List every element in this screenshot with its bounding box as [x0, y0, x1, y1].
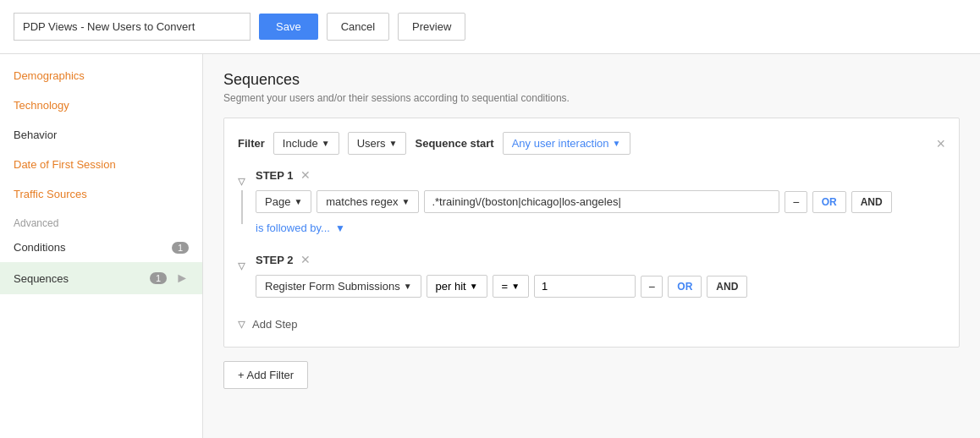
- step2-connector: ▿: [238, 253, 245, 275]
- step2-dimension-chevron-icon: ▼: [404, 282, 412, 291]
- sidebar-item-behavior[interactable]: Behavior: [0, 120, 202, 150]
- section-title: Sequences: [223, 71, 960, 89]
- step1-label: STEP 1: [256, 169, 294, 182]
- cancel-button[interactable]: Cancel: [327, 13, 389, 41]
- interaction-chevron-icon: ▼: [613, 139, 621, 148]
- step2-or-button[interactable]: OR: [668, 276, 702, 298]
- step1-value-input[interactable]: [424, 190, 779, 213]
- sequence-start-label: Sequence start: [415, 137, 493, 150]
- sequences-arrow-icon: ►: [175, 271, 189, 286]
- save-button[interactable]: Save: [259, 14, 318, 40]
- followed-by-chevron-icon: ▼: [335, 222, 345, 234]
- step2-minus-button[interactable]: −: [641, 276, 663, 298]
- step2-container: ▿ STEP 2 ✕ Register Form Submissions ▼ p…: [238, 253, 945, 298]
- advanced-label: Advanced: [0, 209, 202, 233]
- step2-row: Register Form Submissions ▼ per hit ▼ = …: [256, 275, 945, 298]
- step2-per-hit-dropdown[interactable]: per hit ▼: [427, 275, 487, 298]
- users-dropdown[interactable]: Users ▼: [348, 132, 407, 155]
- step1-funnel-icon: ▿: [238, 172, 245, 190]
- step1-line: [241, 190, 243, 224]
- sidebar-item-technology[interactable]: Technology: [0, 90, 202, 120]
- preview-button[interactable]: Preview: [398, 13, 465, 41]
- include-chevron-icon: ▼: [322, 139, 330, 148]
- step2-remove-button[interactable]: ✕: [300, 253, 311, 266]
- step1-content: STEP 1 ✕ Page ▼ matches regex ▼ −: [256, 168, 945, 243]
- step2-dimension-dropdown[interactable]: Register Form Submissions ▼: [256, 275, 421, 298]
- step1-header: STEP 1 ✕: [256, 168, 945, 182]
- include-dropdown[interactable]: Include ▼: [273, 132, 339, 155]
- segment-title-input[interactable]: PDP Views - New Users to Convert: [14, 13, 251, 41]
- sidebar-item-date-of-first-session[interactable]: Date of First Session: [0, 150, 202, 179]
- step1-connector: ▿: [238, 168, 245, 224]
- any-user-interaction-dropdown[interactable]: Any user interaction ▼: [503, 132, 630, 155]
- followed-by-dropdown[interactable]: is followed by... ▼: [256, 222, 945, 234]
- conditions-badge: 1: [172, 242, 189, 254]
- step2-funnel-icon: ▿: [238, 256, 245, 275]
- filter-close-button[interactable]: ×: [936, 136, 945, 151]
- step1-dimension-dropdown[interactable]: Page ▼: [256, 190, 311, 213]
- step1-and-button[interactable]: AND: [851, 191, 892, 213]
- step1-condition-dropdown[interactable]: matches regex ▼: [317, 190, 419, 213]
- step2-value-input[interactable]: [534, 275, 636, 298]
- section-description: Segment your users and/or their sessions…: [223, 92, 960, 104]
- step1-or-button[interactable]: OR: [812, 191, 846, 213]
- filter-label: Filter: [238, 137, 265, 150]
- step2-and-button[interactable]: AND: [707, 276, 747, 298]
- step1-container: ▿ STEP 1 ✕ Page ▼ matches regex: [238, 168, 945, 243]
- step2-content: STEP 2 ✕ Register Form Submissions ▼ per…: [256, 253, 945, 298]
- users-chevron-icon: ▼: [389, 139, 398, 148]
- step1-minus-button[interactable]: −: [785, 191, 807, 213]
- step1-row: Page ▼ matches regex ▼ − OR AND: [256, 190, 945, 213]
- step2-equals-chevron-icon: ▼: [511, 282, 520, 291]
- step2-equals-dropdown[interactable]: = ▼: [493, 275, 530, 298]
- filter-box: Filter Include ▼ Users ▼ Sequence start …: [223, 118, 960, 348]
- content-area: Sequences Segment your users and/or thei…: [203, 54, 980, 438]
- step2-header: STEP 2 ✕: [256, 253, 945, 266]
- sidebar-item-traffic-sources[interactable]: Traffic Sources: [0, 179, 202, 209]
- step1-condition-chevron-icon: ▼: [402, 197, 410, 206]
- add-step-icon: ▿: [238, 315, 245, 333]
- add-filter-button[interactable]: + Add Filter: [223, 361, 308, 389]
- sequences-badge: 1: [150, 272, 167, 284]
- sidebar-item-demographics[interactable]: Demographics: [0, 61, 202, 90]
- filter-header: Filter Include ▼ Users ▼ Sequence start …: [238, 132, 945, 155]
- step1-remove-button[interactable]: ✕: [300, 168, 311, 182]
- sidebar-item-sequences[interactable]: Sequences 1 ►: [0, 262, 202, 294]
- step1-dimension-chevron-icon: ▼: [294, 197, 302, 206]
- main-layout: Demographics Technology Behavior Date of…: [0, 54, 980, 438]
- add-step-button[interactable]: ▿ Add Step: [238, 308, 945, 333]
- step2-per-hit-chevron-icon: ▼: [470, 282, 478, 291]
- step2-label: STEP 2: [256, 254, 294, 266]
- sidebar: Demographics Technology Behavior Date of…: [0, 54, 203, 438]
- top-bar: PDP Views - New Users to Convert Save Ca…: [0, 0, 980, 54]
- sidebar-item-conditions[interactable]: Conditions 1: [0, 233, 202, 262]
